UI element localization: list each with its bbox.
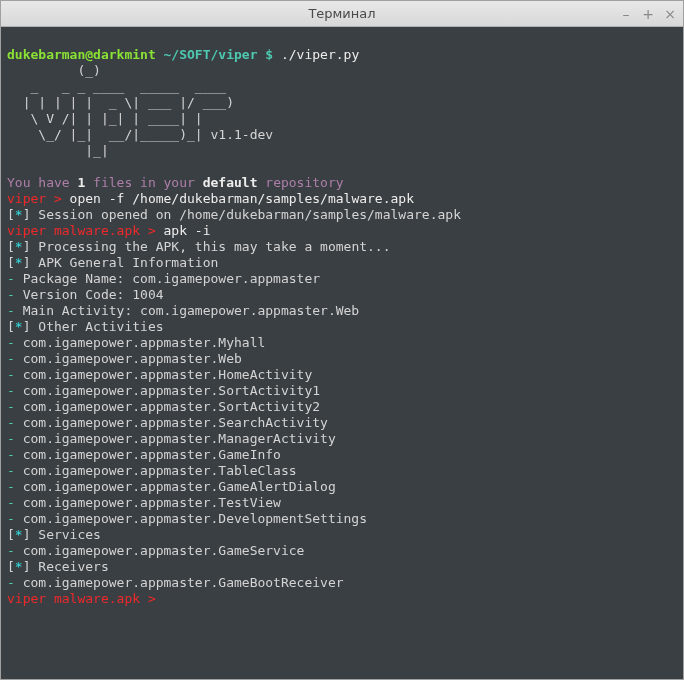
list-item: - com.igamepower.appmaster.SearchActivit… <box>7 415 328 430</box>
viper-prompt-a: viper <box>7 223 46 238</box>
activity-item: com.igamepower.appmaster.GameAlertDialog <box>15 479 336 494</box>
list-item: - com.igamepower.appmaster.Web <box>7 351 242 366</box>
list-item: - com.igamepower.appmaster.GameAlertDial… <box>7 479 336 494</box>
service-item: com.igamepower.appmaster.GameService <box>15 543 305 558</box>
prompt-sep: $ <box>265 47 273 62</box>
list-item: - com.igamepower.appmaster.HomeActivity <box>7 367 312 382</box>
info-line: - Main Activity: com.igamepower.appmaste… <box>7 303 359 318</box>
section-header: [*] Other Activities <box>7 319 164 334</box>
processing-line: [*] Processing the APK, this may take a … <box>7 239 391 254</box>
hdr-receivers: Receivers <box>38 559 108 574</box>
terminal-body[interactable]: dukebarman@darkmint ~/SOFT/viper $ ./vip… <box>1 27 683 679</box>
window-title: Терминал <box>308 6 375 21</box>
pkg-name: Package Name: com.igamepower.appmaster <box>15 271 320 286</box>
section-header: [*] APK General Information <box>7 255 218 270</box>
activity-item: com.igamepower.appmaster.TableClass <box>15 463 297 478</box>
ascii-art-line: _ _ _ ____ _____ ____ <box>7 79 226 94</box>
activity-item: com.igamepower.appmaster.GameInfo <box>15 447 281 462</box>
shell-prompt-line: dukebarman@darkmint ~/SOFT/viper $ ./vip… <box>7 47 359 62</box>
ascii-art-line: \_/ |_| __/|_____)_| v1.1-dev <box>7 127 273 142</box>
list-item: - com.igamepower.appmaster.ManagerActivi… <box>7 431 336 446</box>
viper-prompt-line: viper malware.apk > apk -i <box>7 223 211 238</box>
viper-prompt: viper > <box>7 191 62 206</box>
list-item: - com.igamepower.appmaster.GameInfo <box>7 447 281 462</box>
minimize-icon[interactable]: – <box>619 7 633 21</box>
processing-msg: Processing the APK, this may take a mome… <box>38 239 390 254</box>
ascii-art-line: (_) <box>7 63 101 78</box>
ascii-art-line: | | | | | _ \| ___ |/ ___) <box>7 95 234 110</box>
activity-item: com.igamepower.appmaster.Web <box>15 351 242 366</box>
list-item: - com.igamepower.appmaster.TestView <box>7 495 281 510</box>
activity-item: com.igamepower.appmaster.SearchActivity <box>15 415 328 430</box>
activity-item: com.igamepower.appmaster.SortActivity2 <box>15 399 320 414</box>
repo-mid: files in your <box>85 175 202 190</box>
repo-pre: You have <box>7 175 77 190</box>
activity-item: com.igamepower.appmaster.TestView <box>15 495 281 510</box>
list-item: - com.igamepower.appmaster.DevelopmentSe… <box>7 511 367 526</box>
activity-item: com.igamepower.appmaster.SortActivity1 <box>15 383 320 398</box>
hdr-general: APK General Information <box>38 255 218 270</box>
info-line: - Version Code: 1004 <box>7 287 164 302</box>
prompt-userhost: dukebarman@darkmint <box>7 47 156 62</box>
list-item: - com.igamepower.appmaster.TableClass <box>7 463 297 478</box>
ascii-art-line: \ V /| | |_| | ____| | <box>7 111 203 126</box>
terminal-window: Терминал – + × dukebarman@darkmint ~/SOF… <box>0 0 684 680</box>
viper-prompt-b: malware.apk > <box>46 591 163 606</box>
list-item: - com.igamepower.appmaster.SortActivity2 <box>7 399 320 414</box>
activity-item: com.igamepower.appmaster.ManagerActivity <box>15 431 336 446</box>
section-header: [*] Receivers <box>7 559 109 574</box>
viper-prompt-line: viper > open -f /home/dukebarman/samples… <box>7 191 414 206</box>
main-activity: Main Activity: com.igamepower.appmaster.… <box>15 303 359 318</box>
list-item: - com.igamepower.appmaster.GameBootRecei… <box>7 575 344 590</box>
shell-command: ./viper.py <box>281 47 359 62</box>
window-controls: – + × <box>619 7 677 21</box>
info-line: - Package Name: com.igamepower.appmaster <box>7 271 320 286</box>
activity-item: com.igamepower.appmaster.DevelopmentSett… <box>15 511 367 526</box>
version-code: Version Code: 1004 <box>15 287 164 302</box>
hdr-services: Services <box>38 527 101 542</box>
ascii-art-line: |_| <box>7 143 109 158</box>
prompt-path: ~/SOFT/viper <box>164 47 258 62</box>
titlebar[interactable]: Терминал – + × <box>1 1 683 27</box>
hdr-other: Other Activities <box>38 319 163 334</box>
maximize-icon[interactable]: + <box>641 7 655 21</box>
list-item: - com.igamepower.appmaster.SortActivity1 <box>7 383 320 398</box>
repo-status-line: You have 1 files in your default reposit… <box>7 175 344 190</box>
receiver-item: com.igamepower.appmaster.GameBootReceive… <box>15 575 344 590</box>
list-item: - com.igamepower.appmaster.Myhall <box>7 335 265 350</box>
viper-prompt-line[interactable]: viper malware.apk > <box>7 591 164 606</box>
activity-item: com.igamepower.appmaster.HomeActivity <box>15 367 312 382</box>
session-msg: Session opened on /home/dukebarman/sampl… <box>38 207 461 222</box>
close-icon[interactable]: × <box>663 7 677 21</box>
viper-cmd-open: open -f /home/dukebarman/samples/malware… <box>62 191 414 206</box>
list-item: - com.igamepower.appmaster.GameService <box>7 543 304 558</box>
repo-post: repository <box>257 175 343 190</box>
repo-default: default <box>203 175 258 190</box>
viper-prompt-b: malware.apk > <box>46 223 156 238</box>
viper-prompt-a: viper <box>7 591 46 606</box>
section-header: [*] Services <box>7 527 101 542</box>
viper-cmd-apk: apk -i <box>156 223 211 238</box>
session-line: [*] Session opened on /home/dukebarman/s… <box>7 207 461 222</box>
activity-item: com.igamepower.appmaster.Myhall <box>15 335 265 350</box>
